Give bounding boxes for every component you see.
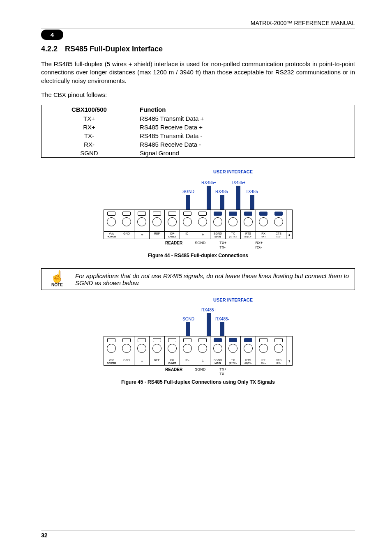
pin-cell: TX+: [42, 114, 137, 123]
pin-cell: Signal Ground: [137, 149, 355, 158]
pin-cell: TX-: [42, 131, 137, 140]
pointing-hand-icon: ☝: [45, 271, 69, 283]
user-interface-label: USER INTERFACE: [173, 297, 293, 302]
note-text: For applications that do not use RX485 s…: [69, 272, 349, 286]
header-title: MATRIX-2000™ REFERENCE MANUAL: [41, 20, 355, 28]
note-box: ☝ NOTE For applications that do not use …: [41, 268, 355, 290]
pin-th-0: CBX100/500: [42, 105, 137, 114]
pin-cell: RX+: [42, 123, 137, 131]
intro-paragraph: The RS485 full-duplex (5 wires + shield)…: [41, 60, 355, 85]
figure-44-caption: Figure 44 - RS485 Full-duplex Connection…: [41, 253, 355, 258]
earth-icon: ⏚: [202, 233, 204, 236]
pin-cell: RS485 Transmit Data +: [137, 114, 355, 123]
note-icon: ☝ NOTE: [45, 271, 69, 287]
terminal-labels: VdcPOWER GND ⏚ REF ID+ID-NET ID- ⏚ SGNDM…: [104, 232, 293, 239]
figure-45-caption: Figure 45 - RS485 Full-duplex Connection…: [41, 379, 355, 385]
figure-45-diagram: USER INTERFACE RX485+ SGND RX485- VdcPOW…: [104, 297, 293, 377]
pin-cell: RS485 Transmit Data -: [137, 131, 355, 140]
figure-44-diagram: USER INTERFACE RX485+ TX485+ SGND RX485-…: [104, 169, 293, 250]
terminal-labels: VdcPOWER GND ⏚ REF ID+ID-NET ID- ⏚ SGNDM…: [104, 358, 293, 366]
page-footer: 32: [41, 530, 355, 539]
earth-icon: ⏚: [202, 359, 204, 363]
pinout-table: CBX100/500 Function TX+RS485 Transmit Da…: [41, 105, 355, 158]
reader-row: READER SGND TX+TX- RX+RX-: [104, 241, 293, 250]
terminal-strip: [104, 210, 293, 232]
pin-cell: SGND: [42, 149, 137, 158]
earth-icon: ⏚: [141, 359, 143, 363]
pin-cell: RX-: [42, 140, 137, 149]
user-interface-label: USER INTERFACE: [173, 169, 293, 174]
pin-th-1: Function: [137, 105, 355, 114]
header-rule: [41, 28, 355, 28]
earth-icon: ⏚: [141, 233, 143, 236]
pin-cell: RS485 Receive Data +: [137, 123, 355, 131]
chapter-pill: 4: [41, 30, 63, 40]
reader-row: READER SGND TX+TX-: [104, 367, 293, 377]
terminal-strip: [104, 336, 293, 358]
pin-cell: RS485 Receive Data -: [137, 140, 355, 149]
section-heading: 4.2.2RS485 Full-Duplex Interface: [41, 45, 355, 53]
pinout-intro: The CBX pinout follows:: [41, 91, 355, 99]
